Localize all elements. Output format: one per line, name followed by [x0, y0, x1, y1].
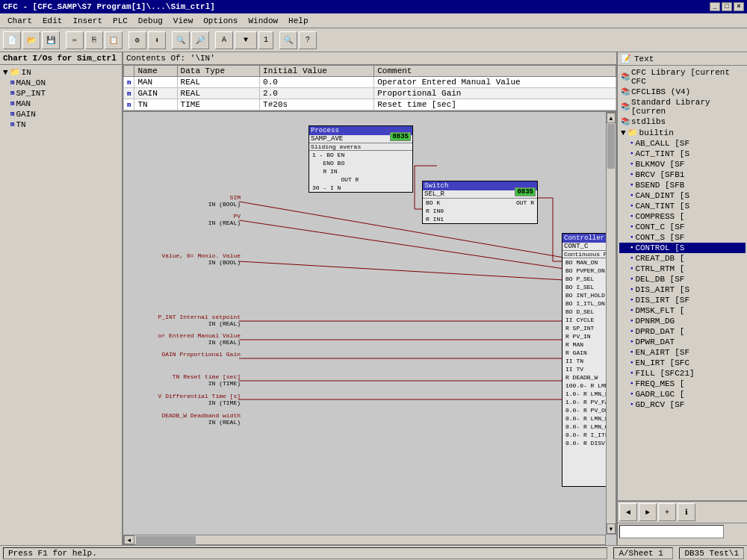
menu-plc[interactable]: PLC: [108, 15, 132, 27]
block-icon: ▪: [630, 328, 633, 335]
block-icon: ▪: [630, 234, 633, 241]
zoom-in-button[interactable]: 🔍: [172, 31, 190, 49]
lib-cont-c[interactable]: ▪ CONT_C [SF: [619, 222, 746, 232]
lib-ab-call[interactable]: ▪ AB_CALL [SF: [619, 138, 746, 149]
tree-item-label: MAN: [16, 99, 31, 108]
new-button[interactable]: 📄: [3, 31, 21, 49]
scroll-down-button[interactable]: ▼: [607, 523, 616, 534]
lib-builtin[interactable]: ▼ 📁 builtin: [619, 127, 746, 138]
svg-line-7: [239, 220, 564, 269]
lib-cfc[interactable]: 📚 CFC Library [current CFC: [619, 67, 746, 87]
minimize-button[interactable]: _: [710, 2, 720, 11]
left-tree: ▼ 📁 IN m MAN_ON m SP_INT m MAN m GAIN m: [0, 65, 122, 545]
lib-can-dint[interactable]: ▪ CAN_DINT [S: [619, 190, 746, 201]
help-button[interactable]: ?: [299, 31, 317, 49]
menu-window[interactable]: Window: [244, 15, 282, 27]
menu-options[interactable]: Options: [199, 15, 242, 27]
search-input[interactable]: [619, 525, 724, 538]
tree-item-label: MAN_ON: [16, 78, 46, 87]
lib-bsend[interactable]: ▪ BSEND [SFB: [619, 180, 746, 190]
lib-label: ACT_TINT [S: [635, 149, 689, 158]
switch-block[interactable]: Switch SEL_R BO K R IN0 R IN1 OUT R 0835: [422, 181, 538, 224]
lib-dpnrm[interactable]: ▪ DPNRM_DG: [619, 316, 746, 326]
block-icon: ▪: [630, 171, 633, 178]
size-button[interactable]: ▼: [235, 31, 257, 49]
menu-debug[interactable]: Debug: [134, 15, 167, 27]
block-icon: ▪: [630, 380, 633, 388]
lib-dprd-dat[interactable]: ▪ DPRD_DAT [: [619, 326, 746, 337]
lib-dis-irt[interactable]: ▪ DIS_IRT [SF: [619, 295, 746, 305]
scroll-thumb-v[interactable]: [607, 124, 615, 169]
zoom-out-button[interactable]: 🔎: [191, 31, 209, 49]
scroll-thumb-h[interactable]: [136, 536, 196, 545]
right-panel-header: 📝 Text: [618, 52, 747, 66]
lib-dmsk-flt[interactable]: ▪ DMSK_FLT [: [619, 305, 746, 316]
lib-blkmov[interactable]: ▪ BLKMOV [SF: [619, 159, 746, 169]
lib-gadr-lgc[interactable]: ▪ GADR_LGC [: [619, 389, 746, 399]
maximize-button[interactable]: □: [722, 2, 732, 11]
tree-root-in[interactable]: ▼ 📁 IN: [1, 66, 120, 78]
lib-cfclibs[interactable]: 📚 CFCLIBS (V4): [619, 87, 746, 97]
download-button[interactable]: ⬇: [148, 31, 166, 49]
scroll-up-button[interactable]: ▲: [607, 113, 616, 123]
tree-item-man[interactable]: m MAN: [1, 99, 120, 109]
lib-add-button[interactable]: +: [658, 503, 676, 521]
lib-fill[interactable]: ▪ FILL [SFC21]: [619, 368, 746, 379]
find-button[interactable]: 🔍: [279, 31, 297, 49]
label-sim: SIMIN (BOOL): [125, 194, 241, 208]
contents-table: Name Data Type Initial Value Comment m M…: [123, 65, 616, 111]
lib-gd-rcv[interactable]: ▪ GD_RCV [SF: [619, 399, 746, 410]
tree-item-tn[interactable]: m TN: [1, 119, 120, 130]
table-row: m GAIN REAL 2.0 Proportional Gain: [124, 88, 616, 99]
menu-help[interactable]: Help: [284, 15, 312, 27]
open-button[interactable]: 📂: [22, 31, 40, 49]
save-button[interactable]: 💾: [42, 31, 60, 49]
scroll-left-button[interactable]: ◄: [124, 535, 134, 544]
close-button[interactable]: ×: [734, 2, 744, 11]
lib-dpwr-dat[interactable]: ▪ DPWR_DAT: [619, 337, 746, 347]
lib-control[interactable]: ▪ CONTROL [S: [619, 243, 746, 253]
page-button[interactable]: 1: [258, 31, 273, 49]
block-icon: ▪: [630, 296, 633, 304]
lib-label: CFCLIBS (V4): [631, 87, 690, 96]
lib-freq-mes[interactable]: ▪ FREQ_MES [: [619, 379, 746, 389]
lib-dis-airt[interactable]: ▪ DIS_AIRT [S: [619, 284, 746, 295]
lib-next-button[interactable]: ►: [639, 503, 657, 521]
paste-button[interactable]: 📋: [105, 31, 123, 49]
cut-button[interactable]: ✂: [66, 31, 84, 49]
tree-item-gain[interactable]: m GAIN: [1, 109, 120, 119]
lib-can-tint[interactable]: ▪ CAN_TINT [S: [619, 201, 746, 211]
lib-info-button[interactable]: ℹ: [678, 503, 695, 521]
pin-r-in0: R IN0: [423, 207, 447, 215]
cell-initial: 0.0: [260, 77, 374, 88]
lib-cont-s[interactable]: ▪ CONT_S [SF: [619, 232, 746, 243]
lib-del-db[interactable]: ▪ DEL_DB [SF: [619, 274, 746, 284]
compile-button[interactable]: ⚙: [128, 31, 146, 49]
menu-edit[interactable]: Edit: [38, 15, 66, 27]
cfc-canvas[interactable]: SIMIN (BOOL) PVIN (REAL) Value, 0= Monio…: [123, 112, 616, 545]
lib-ctrl-rtm[interactable]: ▪ CTRL_RTM [: [619, 264, 746, 274]
lib-creat-db[interactable]: ▪ CREAT_DB [: [619, 253, 746, 264]
canvas-scrollbar-h[interactable]: ◄ ►: [123, 535, 606, 545]
tree-item-man-on[interactable]: m MAN_ON: [1, 78, 120, 88]
lib-act-tint[interactable]: ▪ ACT_TINT [S: [619, 149, 746, 159]
contents-panel: Contents Of: '\IN' Name Data Type Initia…: [123, 52, 616, 112]
menu-view[interactable]: View: [169, 15, 197, 27]
font-button[interactable]: A: [215, 31, 233, 49]
title-bar: CFC - [CFC_SAMP\S7 Program[1]\...\Sim_ct…: [0, 0, 747, 13]
lib-stdlibs[interactable]: 📚 stdlibs: [619, 116, 746, 127]
text-icon: 📝: [621, 54, 631, 63]
pin-out: OUT R: [513, 199, 537, 207]
lib-brcv[interactable]: ▪ BRCV [SFB1: [619, 169, 746, 180]
menu-chart[interactable]: Chart: [3, 15, 37, 27]
lib-en-airt[interactable]: ▪ EN_AIRT [SF: [619, 347, 746, 358]
tree-item-sp-int[interactable]: m SP_INT: [1, 88, 120, 99]
copy-button[interactable]: ⎘: [85, 31, 103, 49]
lib-prev-button[interactable]: ◄: [619, 503, 637, 521]
lib-compress[interactable]: ▪ COMPRESS [: [619, 211, 746, 222]
canvas-scrollbar-v[interactable]: ▲ ▼: [606, 112, 616, 535]
lib-en-irt[interactable]: ▪ EN_IRT [SFC: [619, 358, 746, 368]
lib-standard[interactable]: 📚 Standard Library [curren: [619, 97, 746, 116]
menu-insert[interactable]: Insert: [68, 15, 107, 27]
process-block[interactable]: Process SAMP_AVE Sliding averas 1 - BO E…: [309, 125, 413, 193]
